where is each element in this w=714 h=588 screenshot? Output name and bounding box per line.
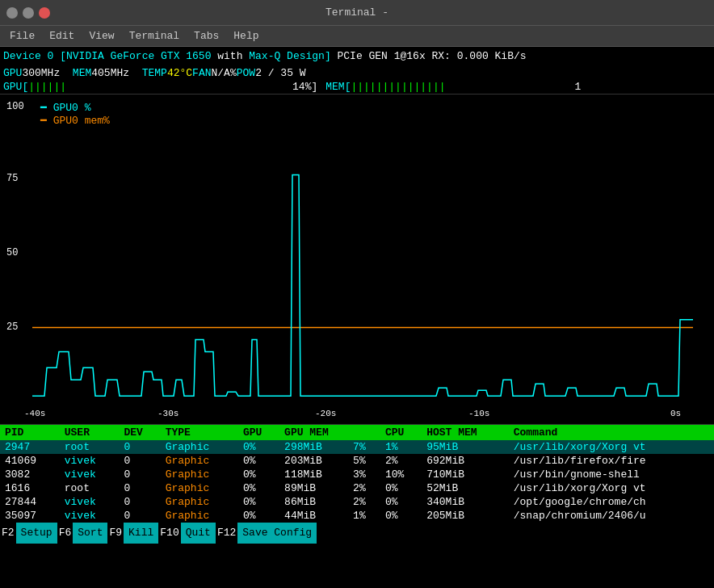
title-bar: Terminal - <box>0 0 714 26</box>
fn-key: F10 <box>158 527 180 539</box>
table-row: 2947 root 0 Graphic 0% 298MiB 7% 1% 95Mi… <box>0 440 714 454</box>
cell-pid: 1616 <box>0 481 60 495</box>
cell-cpu: 2% <box>380 454 422 468</box>
menu-help[interactable]: Help <box>227 27 265 44</box>
table-row: 41069 vivek 0 Graphic 0% 203MiB 5% 2% 69… <box>0 454 714 468</box>
cell-dev: 0 <box>119 481 160 495</box>
fn-label[interactable]: Sort <box>73 523 107 544</box>
cell-gpumem: 89MiB <box>279 481 348 495</box>
cell-gpumem: 298MiB <box>279 440 348 454</box>
svg-text:-10s: -10s <box>468 409 489 418</box>
cell-dev: 0 <box>119 495 160 509</box>
cell-hostmem: 340MiB <box>422 495 509 509</box>
cell-gpu: 0% <box>238 440 279 454</box>
cell-cpu: 0% <box>380 495 422 509</box>
cell-user: root <box>60 440 120 454</box>
terminal-body: Device 0 [NVIDIA GeForce GTX 1650 with M… <box>0 47 714 588</box>
chart-area: ━ GPU0 % ━ GPU0 mem% 100 75 50 25 -40s -… <box>0 94 714 425</box>
cell-user: vivek <box>60 509 120 523</box>
device-info-line: Device 0 [NVIDIA GeForce GTX 1650 with M… <box>0 47 714 66</box>
cell-dev: 0 <box>119 468 160 481</box>
cell-dev: 0 <box>119 440 160 454</box>
process-table: PID USER DEV TYPE GPU GPU MEM CPU HOST M… <box>0 425 714 523</box>
svg-text:75: 75 <box>6 173 18 184</box>
gpu-bar-line: GPU[|||||| 14%] MEM[||||||||||||||| 1 <box>0 80 714 94</box>
function-bar: F2 Setup F6 Sort F9 Kill F10 Quit F12 Sa… <box>0 523 714 544</box>
cell-gpumem-pct: 1% <box>348 509 380 523</box>
cell-type: Graphic <box>161 509 238 523</box>
cell-command: /snap/chromium/2406/u <box>509 509 714 523</box>
table-row: 35097 vivek 0 Graphic 0% 44MiB 1% 0% 205… <box>0 509 714 523</box>
cell-gpu: 0% <box>238 481 279 495</box>
cell-gpumem: 44MiB <box>279 509 348 523</box>
col-type: TYPE <box>161 425 238 440</box>
cell-gpumem-pct: 5% <box>348 454 380 468</box>
cell-type: Graphic <box>161 454 238 468</box>
cell-user: vivek <box>60 454 120 468</box>
cell-cpu: 10% <box>380 468 422 481</box>
svg-text:-30s: -30s <box>158 409 178 418</box>
menu-edit[interactable]: Edit <box>43 27 81 44</box>
cell-gpumem-pct: 2% <box>348 495 380 509</box>
fn-key: F2 <box>0 527 16 539</box>
svg-text:0s: 0s <box>670 409 681 418</box>
cell-type: Graphic <box>161 481 238 495</box>
fn-label[interactable]: Quit <box>181 523 216 544</box>
window-title: Terminal - <box>55 6 659 19</box>
col-dev: DEV <box>119 425 160 440</box>
cell-gpu: 0% <box>238 468 279 481</box>
fn-item[interactable]: F9 Kill <box>107 523 158 544</box>
svg-rect-0 <box>0 94 714 424</box>
cell-user: vivek <box>60 495 120 509</box>
fn-item[interactable]: F6 Sort <box>57 523 108 544</box>
cell-command: /usr/lib/xorg/Xorg vt <box>509 481 714 495</box>
cell-hostmem: 205MiB <box>422 509 509 523</box>
cell-pid: 2947 <box>0 440 60 454</box>
cell-command: /usr/lib/xorg/Xorg vt <box>509 440 714 454</box>
col-hostmem: HOST MEM <box>422 425 509 440</box>
cell-gpumem: 118MiB <box>279 468 348 481</box>
cell-hostmem: 95MiB <box>422 440 509 454</box>
fn-label[interactable]: Save Config <box>237 523 317 544</box>
cell-type: Graphic <box>161 468 238 481</box>
cell-gpumem: 86MiB <box>279 495 348 509</box>
menu-terminal[interactable]: Terminal <box>123 27 186 44</box>
col-gpu: GPU <box>238 425 279 440</box>
cell-gpu: 0% <box>238 454 279 468</box>
col-user: USER <box>60 425 120 440</box>
cell-dev: 0 <box>119 509 160 523</box>
fn-label[interactable]: Kill <box>124 523 158 544</box>
menu-tabs[interactable]: Tabs <box>187 27 225 44</box>
fn-label[interactable]: Setup <box>16 523 57 544</box>
minimize-button[interactable] <box>6 7 18 19</box>
legend-gpu0: GPU0 % <box>53 102 91 114</box>
cell-gpumem: 203MiB <box>279 454 348 468</box>
cell-gpumem-pct: 3% <box>348 468 380 481</box>
cell-gpumem-pct: 7% <box>348 440 380 454</box>
cell-pid: 27844 <box>0 495 60 509</box>
table-header-row: PID USER DEV TYPE GPU GPU MEM CPU HOST M… <box>0 425 714 440</box>
fn-item[interactable]: F12 Save Config <box>216 523 317 544</box>
cell-pid: 35097 <box>0 509 60 523</box>
cell-cpu: 1% <box>380 440 422 454</box>
cell-cpu: 0% <box>380 481 422 495</box>
cell-command: /opt/google/chrome/ch <box>509 495 714 509</box>
svg-text:50: 50 <box>6 247 18 258</box>
menu-bar: File Edit View Terminal Tabs Help <box>0 26 714 47</box>
svg-text:-40s: -40s <box>24 409 45 418</box>
menu-view[interactable]: View <box>82 27 120 44</box>
close-button[interactable] <box>39 7 50 19</box>
col-command: Command <box>509 425 714 440</box>
maximize-button[interactable] <box>23 7 34 19</box>
menu-file[interactable]: File <box>3 27 41 44</box>
cell-command: /usr/lib/firefox/fire <box>509 454 714 468</box>
cell-dev: 0 <box>119 454 160 468</box>
col-gpumem: GPU MEM <box>279 425 380 440</box>
col-pid: PID <box>0 425 60 440</box>
cell-gpumem-pct: 2% <box>348 481 380 495</box>
fn-key: F9 <box>107 527 124 539</box>
cell-hostmem: 710MiB <box>422 468 509 481</box>
fn-key: F6 <box>57 527 74 539</box>
fn-item[interactable]: F2 Setup <box>0 523 57 544</box>
fn-item[interactable]: F10 Quit <box>158 523 216 544</box>
